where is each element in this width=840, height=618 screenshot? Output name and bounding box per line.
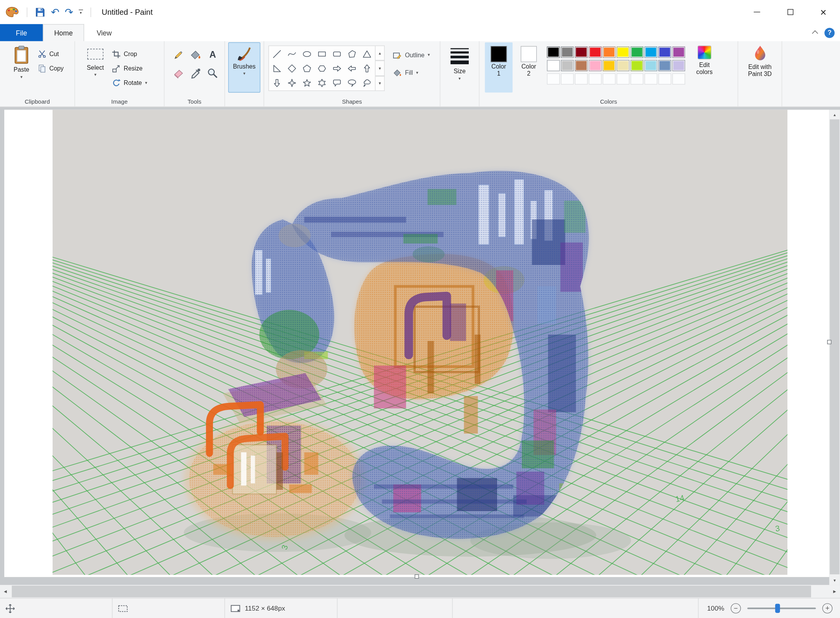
edit-with-paint3d-button[interactable]: Edit withPaint 3D — [741, 42, 778, 78]
palette-swatch[interactable] — [575, 47, 588, 58]
tab-view[interactable]: View — [84, 24, 124, 41]
select-button[interactable]: Select ▾ — [82, 42, 109, 93]
brushes-button[interactable]: Brushes ▾ — [228, 42, 260, 93]
shapes-scroll-up-button[interactable]: ▲ — [376, 46, 385, 61]
shape-curve[interactable] — [284, 47, 299, 61]
shape-polygon[interactable] — [344, 47, 359, 61]
palette-swatch[interactable] — [603, 47, 615, 58]
palette-swatch[interactable] — [617, 47, 629, 58]
palette-swatch[interactable] — [617, 60, 629, 71]
horizontal-scrollbar[interactable]: ◀ ▶ — [0, 585, 840, 598]
size-button[interactable]: Size ▾ — [444, 42, 475, 93]
vertical-scroll-thumb[interactable] — [830, 119, 840, 574]
color1-button[interactable]: Color1 — [485, 42, 512, 93]
paint-canvas[interactable]: 14 3 3 — [4, 110, 829, 577]
palette-swatch[interactable] — [672, 47, 685, 58]
crop-button[interactable]: Crop — [109, 47, 150, 61]
maximize-button[interactable] — [774, 0, 807, 24]
palette-swatch-empty[interactable] — [631, 73, 643, 85]
zoom-slider-thumb[interactable] — [775, 604, 780, 613]
eraser-tool-button[interactable] — [171, 65, 186, 81]
shapes-scroll-down-button[interactable]: ▼ — [376, 61, 385, 76]
save-button[interactable] — [35, 7, 45, 17]
palette-swatch[interactable] — [658, 47, 671, 58]
shape-down-arrow[interactable] — [269, 76, 284, 90]
scroll-right-arrow[interactable]: ▶ — [829, 585, 840, 598]
shape-right-triangle[interactable] — [269, 61, 284, 76]
palette-swatch[interactable] — [575, 60, 588, 71]
zoom-in-button[interactable]: + — [822, 603, 833, 613]
customize-quick-access-button[interactable]: ▾ — [79, 10, 83, 14]
tab-home[interactable]: Home — [43, 24, 84, 41]
paste-button[interactable]: Paste ▾ — [7, 42, 35, 93]
zoom-slider[interactable] — [747, 607, 816, 609]
color2-button[interactable]: Color2 — [515, 42, 542, 93]
palette-swatch[interactable] — [561, 47, 574, 58]
shape-up-arrow[interactable] — [360, 61, 374, 76]
palette-swatch[interactable] — [645, 47, 657, 58]
shape-rounded-callout[interactable] — [330, 76, 344, 90]
edit-colors-button[interactable]: Editcolors — [689, 42, 719, 76]
color-picker-tool-button[interactable] — [188, 65, 203, 81]
redo-button[interactable]: ↷ — [65, 7, 73, 17]
scroll-up-arrow[interactable]: ▲ — [829, 110, 840, 120]
canvas-resize-handle-bottom[interactable] — [415, 574, 419, 579]
scroll-left-arrow[interactable]: ◀ — [0, 585, 11, 598]
shape-line[interactable] — [269, 47, 284, 61]
shape-six-point-star[interactable] — [314, 76, 329, 90]
shape-rounded-rectangle[interactable] — [330, 47, 344, 61]
tab-file[interactable]: File — [0, 24, 43, 41]
palette-swatch-empty[interactable] — [575, 73, 588, 85]
palette-swatch-empty[interactable] — [672, 73, 685, 85]
zoom-out-button[interactable]: − — [731, 603, 741, 613]
palette-swatch[interactable] — [672, 60, 685, 71]
cut-button[interactable]: Cut — [35, 47, 66, 61]
paint-logo-icon[interactable] — [5, 6, 19, 18]
canvas-image[interactable]: 14 3 3 — [53, 110, 788, 575]
shape-right-arrow[interactable] — [330, 61, 344, 76]
palette-swatch-empty[interactable] — [589, 73, 602, 85]
palette-swatch-empty[interactable] — [603, 73, 615, 85]
fill-tool-button[interactable] — [188, 47, 203, 63]
shape-oval[interactable] — [299, 47, 314, 61]
shape-rectangle[interactable] — [314, 47, 329, 61]
outline-button[interactable]: Outline ▾ — [390, 48, 432, 62]
palette-swatch[interactable] — [561, 60, 574, 71]
shape-four-point-star[interactable] — [284, 76, 299, 90]
palette-swatch-empty[interactable] — [561, 73, 574, 85]
palette-swatch[interactable] — [603, 60, 615, 71]
vertical-scrollbar[interactable]: ▲ ▼ — [829, 110, 840, 585]
rotate-button[interactable]: Rotate ▾ — [109, 76, 150, 90]
scroll-down-arrow[interactable]: ▼ — [829, 576, 840, 585]
shape-diamond[interactable] — [284, 61, 299, 76]
shape-hexagon[interactable] — [314, 61, 329, 76]
palette-swatch[interactable] — [631, 47, 643, 58]
shape-oval-callout[interactable] — [344, 76, 359, 90]
horizontal-scroll-thumb[interactable] — [12, 586, 811, 597]
palette-swatch-empty[interactable] — [547, 73, 560, 85]
palette-swatch-empty[interactable] — [658, 73, 671, 85]
pencil-tool-button[interactable] — [171, 47, 186, 63]
shape-five-point-star[interactable] — [299, 76, 314, 90]
palette-swatch-empty[interactable] — [645, 73, 657, 85]
close-button[interactable]: × — [807, 0, 840, 24]
palette-swatch[interactable] — [547, 60, 560, 71]
help-button[interactable]: ? — [824, 28, 835, 38]
shape-triangle[interactable] — [360, 47, 374, 61]
minimize-button[interactable] — [740, 0, 773, 24]
palette-swatch[interactable] — [589, 60, 602, 71]
resize-button[interactable]: Resize — [109, 61, 150, 76]
fill-button[interactable]: Fill ▾ — [390, 65, 432, 80]
palette-swatch[interactable] — [645, 60, 657, 71]
shape-pentagon[interactable] — [299, 61, 314, 76]
magnifier-tool-button[interactable] — [205, 65, 220, 81]
collapse-ribbon-icon[interactable] — [812, 30, 818, 37]
palette-swatch[interactable] — [547, 47, 560, 58]
palette-swatch[interactable] — [589, 47, 602, 58]
shapes-more-button[interactable]: ▼ — [376, 76, 385, 91]
copy-button[interactable]: Copy — [35, 61, 66, 76]
text-tool-button[interactable]: A — [205, 47, 220, 63]
canvas-resize-handle-right[interactable] — [827, 340, 831, 344]
palette-swatch-empty[interactable] — [617, 73, 629, 85]
shape-left-arrow[interactable] — [344, 61, 359, 76]
